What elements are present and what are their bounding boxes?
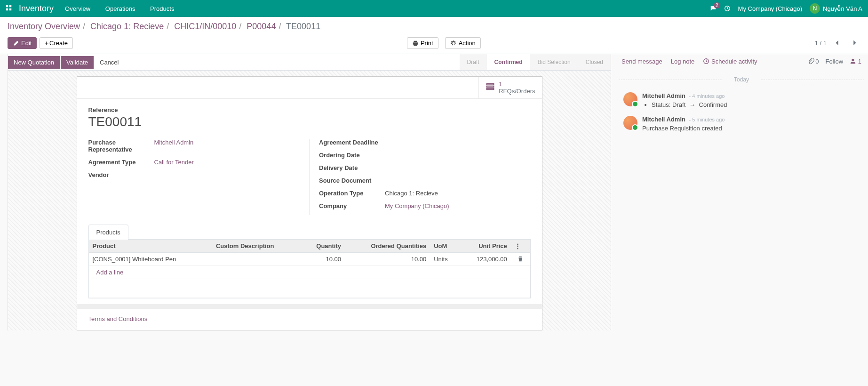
source-doc-value bbox=[385, 177, 531, 184]
cell-custom-desc bbox=[212, 253, 301, 266]
breadcrumb-item[interactable]: CHIC1/IN/00010 bbox=[174, 22, 236, 31]
validate-button[interactable]: Validate bbox=[61, 56, 94, 69]
print-button[interactable]: Print bbox=[407, 37, 438, 49]
cell-unit-price: 123,000.00 bbox=[459, 253, 511, 266]
messaging-badge: 2 bbox=[714, 2, 720, 8]
control-panel: Inventory Overview/ Chicago 1: Recieve/ … bbox=[0, 17, 868, 54]
ordering-date-label: Ordering Date bbox=[319, 152, 385, 159]
reference-value: TE00011 bbox=[88, 114, 531, 129]
menu-products[interactable]: Products bbox=[150, 5, 174, 12]
purchase-rep-label: Purchase Representative bbox=[88, 139, 154, 153]
agreement-deadline-value bbox=[385, 139, 531, 146]
message-time: - 4 minutes ago bbox=[689, 93, 725, 99]
menu-operations[interactable]: Operations bbox=[105, 5, 135, 12]
user-name[interactable]: Nguyễn Văn A bbox=[823, 5, 862, 12]
breadcrumb-item[interactable]: Chicago 1: Recieve bbox=[90, 22, 164, 31]
vendor-label: Vendor bbox=[88, 171, 154, 178]
delete-row-icon[interactable] bbox=[517, 256, 524, 263]
stage-closed[interactable]: Closed bbox=[578, 54, 611, 70]
new-quotation-button[interactable]: New Quotation bbox=[8, 56, 60, 69]
followers-count[interactable]: 1 bbox=[850, 58, 861, 65]
stage-confirmed[interactable]: Confirmed bbox=[487, 54, 530, 70]
company-value[interactable]: My Company (Chicago) bbox=[385, 202, 531, 209]
topnav-menu: Overview Operations Products bbox=[65, 5, 187, 12]
delivery-date-value bbox=[385, 164, 531, 171]
message-author[interactable]: Mitchell Admin bbox=[642, 116, 685, 123]
operation-type-value: Chicago 1: Recieve bbox=[385, 190, 531, 197]
log-note-link[interactable]: Log note bbox=[671, 58, 695, 65]
pager-next[interactable] bbox=[848, 40, 860, 47]
svg-rect-1 bbox=[9, 5, 11, 7]
chatter-message: Mitchell Admin - 5 minutes ago Purchase … bbox=[619, 114, 864, 137]
schedule-activity-link[interactable]: Schedule activity bbox=[703, 58, 757, 65]
cell-qty: 10.00 bbox=[301, 253, 345, 266]
arrow-right-icon: → bbox=[689, 101, 695, 108]
message-time: - 5 minutes ago bbox=[689, 117, 725, 122]
svg-point-9 bbox=[852, 59, 854, 61]
action-button[interactable]: Action bbox=[445, 37, 481, 49]
app-brand[interactable]: Inventory bbox=[19, 4, 54, 14]
list-icon bbox=[486, 82, 495, 94]
reference-label: Reference bbox=[88, 106, 531, 113]
breadcrumb-item[interactable]: Inventory Overview bbox=[8, 22, 80, 31]
col-unit-price: Unit Price bbox=[459, 240, 511, 253]
stage-draft[interactable]: Draft bbox=[460, 54, 487, 70]
company-label: Company bbox=[319, 202, 385, 209]
follow-button[interactable]: Follow bbox=[826, 58, 844, 65]
cancel-button[interactable]: Cancel bbox=[94, 56, 124, 69]
top-navbar: Inventory Overview Operations Products 2… bbox=[0, 0, 868, 17]
col-ordered-qty: Ordered Quantities bbox=[345, 240, 430, 253]
cell-uom: Units bbox=[430, 253, 459, 266]
svg-rect-2 bbox=[6, 8, 8, 10]
purchase-rep-value[interactable]: Mitchell Admin bbox=[154, 139, 300, 153]
user-avatar[interactable]: N bbox=[810, 3, 820, 14]
chatter-message: Mitchell Admin - 4 minutes ago Status: D… bbox=[619, 90, 864, 114]
menu-overview[interactable]: Overview bbox=[65, 5, 90, 12]
breadcrumb-current: TE00011 bbox=[286, 22, 320, 31]
messaging-icon[interactable]: 2 bbox=[710, 5, 717, 12]
svg-rect-5 bbox=[487, 83, 494, 85]
message-author[interactable]: Mitchell Admin bbox=[642, 92, 685, 99]
stat-value: 1 bbox=[499, 80, 535, 88]
col-qty: Quantity bbox=[301, 240, 345, 253]
breadcrumb: Inventory Overview/ Chicago 1: Recieve/ … bbox=[8, 22, 860, 32]
breadcrumb-item[interactable]: P00044 bbox=[247, 22, 276, 31]
stat-text: RFQs/Orders bbox=[499, 88, 535, 95]
message-body: Purchase Requisition created bbox=[642, 125, 860, 132]
terms-label[interactable]: Terms and Conditions bbox=[88, 309, 531, 322]
message-avatar bbox=[623, 92, 637, 106]
edit-button[interactable]: Edit bbox=[8, 37, 37, 49]
create-button[interactable]: +Create bbox=[40, 37, 73, 49]
table-row[interactable]: [CONS_0001] Whiteboard Pen 10.00 10.00 U… bbox=[89, 253, 530, 266]
operation-type-label: Operation Type bbox=[319, 190, 385, 197]
activity-icon[interactable] bbox=[724, 5, 731, 12]
svg-rect-6 bbox=[487, 86, 494, 87]
cell-product: [CONS_0001] Whiteboard Pen bbox=[89, 253, 212, 266]
col-options-icon[interactable]: ⋮ bbox=[511, 240, 530, 253]
attachment-count[interactable]: 0 bbox=[808, 58, 819, 65]
pager-text: 1 / 1 bbox=[815, 40, 827, 47]
col-uom: UoM bbox=[430, 240, 459, 253]
company-switcher[interactable]: My Company (Chicago) bbox=[738, 5, 803, 12]
ordering-date-value bbox=[385, 152, 531, 159]
form-sheet: 1 RFQs/Orders Reference TE00011 Purchase… bbox=[77, 76, 542, 330]
source-doc-label: Source Document bbox=[319, 177, 385, 184]
svg-rect-3 bbox=[9, 8, 11, 10]
stage-bid-selection[interactable]: Bid Selection bbox=[530, 54, 578, 70]
agreement-type-value[interactable]: Call for Tender bbox=[154, 159, 300, 166]
delivery-date-label: Delivery Date bbox=[319, 164, 385, 171]
pager-prev[interactable] bbox=[831, 40, 844, 47]
rfq-orders-stat-button[interactable]: 1 RFQs/Orders bbox=[478, 77, 542, 98]
col-custom-desc: Custom Description bbox=[212, 240, 301, 253]
message-avatar bbox=[623, 116, 637, 130]
statusbar: New Quotation Validate Cancel Draft Conf… bbox=[8, 54, 611, 71]
chatter: Send message Log note Schedule activity … bbox=[619, 54, 868, 338]
vendor-value bbox=[154, 171, 300, 178]
svg-rect-7 bbox=[487, 88, 494, 89]
send-message-link[interactable]: Send message bbox=[621, 58, 662, 65]
agreement-type-label: Agreement Type bbox=[88, 159, 154, 166]
add-line-link[interactable]: Add a line bbox=[93, 265, 127, 280]
agreement-deadline-label: Agreement Deadline bbox=[319, 139, 385, 146]
tab-products[interactable]: Products bbox=[88, 225, 128, 240]
apps-icon[interactable] bbox=[6, 5, 13, 12]
